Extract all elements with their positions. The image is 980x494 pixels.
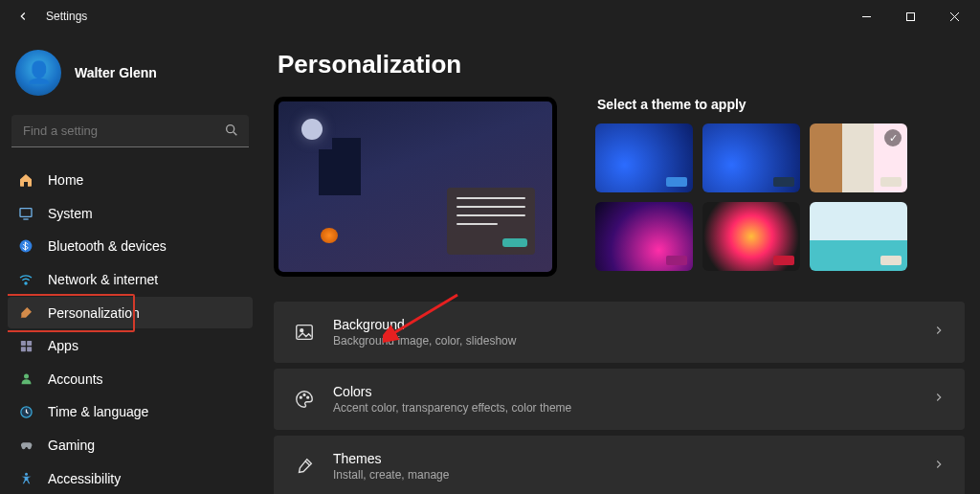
svg-rect-12 [20, 347, 25, 351]
sidebar-item-gaming[interactable]: Gaming [8, 430, 253, 461]
accessibility-icon [17, 470, 34, 487]
avatar: 👤 [15, 50, 61, 96]
sidebar-item-accessibility[interactable]: Accessibility [8, 462, 253, 494]
svg-line-5 [234, 132, 236, 135]
main-content: Personalization Select a theme to apply … [260, 33, 980, 494]
chevron-right-icon [932, 391, 946, 408]
theme-option-5[interactable] [702, 202, 800, 271]
sidebar-item-label: Apps [48, 338, 78, 353]
theme-option-1[interactable] [595, 124, 693, 192]
svg-point-16 [25, 473, 28, 476]
themes-brush-icon [293, 455, 316, 478]
theme-option-6[interactable] [810, 202, 907, 271]
search-input[interactable] [11, 115, 249, 147]
sidebar-item-label: Time & language [48, 404, 148, 419]
sidebar-item-label: Bluetooth & devices [48, 238, 167, 254]
sidebar-item-accounts[interactable]: Accounts [8, 364, 253, 395]
sidebar-item-label: Accounts [48, 371, 103, 387]
themes-area: Select a theme to apply ✓ [595, 97, 965, 271]
check-icon: ✓ [884, 129, 902, 146]
svg-rect-13 [27, 347, 32, 351]
theme-option-2[interactable] [702, 124, 800, 192]
system-icon [17, 205, 34, 222]
maximize-button[interactable] [888, 0, 932, 33]
page-title: Personalization [278, 50, 965, 79]
sidebar-item-label: Home [48, 172, 83, 188]
close-button[interactable] [932, 0, 976, 33]
sidebar-item-label: Personalization [48, 305, 140, 321]
setting-row-background[interactable]: BackgroundBackground image, color, slide… [274, 302, 965, 363]
sidebar: 👤 Walter Glenn Home System Bluetooth & d… [0, 33, 260, 494]
setting-title: Colors [333, 384, 571, 399]
sidebar-item-home[interactable]: Home [8, 165, 253, 196]
user-profile[interactable]: 👤 Walter Glenn [8, 40, 253, 115]
svg-rect-10 [20, 341, 25, 346]
palette-icon [293, 388, 316, 411]
sidebar-item-bluetooth[interactable]: Bluetooth & devices [8, 231, 253, 262]
svg-point-18 [301, 329, 303, 332]
sidebar-item-apps[interactable]: Apps [8, 330, 253, 362]
setting-desc: Install, create, manage [333, 468, 449, 482]
search-icon [224, 123, 239, 142]
hero-section: Select a theme to apply ✓ [274, 97, 965, 277]
sidebar-item-system[interactable]: System [8, 198, 253, 230]
chevron-right-icon [932, 458, 946, 475]
brush-icon [17, 304, 34, 322]
sidebar-item-label: Gaming [48, 438, 95, 453]
back-button[interactable] [10, 3, 36, 30]
wifi-icon [17, 271, 34, 288]
sidebar-item-label: Accessibility [48, 471, 121, 486]
setting-desc: Background image, color, slideshow [333, 334, 516, 348]
svg-point-19 [300, 396, 301, 398]
sidebar-item-label: System [48, 206, 93, 221]
search-field[interactable] [11, 115, 249, 147]
window-controls [844, 0, 976, 33]
gamepad-icon [17, 437, 34, 454]
svg-point-20 [303, 394, 305, 396]
sidebar-item-personalization[interactable]: Personalization [8, 297, 253, 328]
person-icon [17, 370, 34, 388]
settings-list: BackgroundBackground image, color, slide… [274, 302, 965, 494]
svg-point-14 [24, 374, 29, 379]
home-icon [17, 171, 34, 189]
clock-icon [17, 403, 34, 420]
apps-icon [17, 337, 34, 354]
theme-option-3[interactable]: ✓ [810, 124, 907, 192]
desktop-preview[interactable] [274, 97, 557, 277]
svg-rect-6 [20, 209, 32, 217]
sidebar-item-label: Network & internet [48, 272, 158, 287]
svg-point-4 [227, 125, 234, 133]
themes-title: Select a theme to apply [597, 97, 965, 112]
setting-title: Themes [333, 451, 449, 466]
svg-point-9 [25, 282, 27, 284]
sidebar-nav: Home System Bluetooth & devices Network … [8, 165, 253, 494]
sidebar-item-time-language[interactable]: Time & language [8, 396, 253, 428]
theme-option-4[interactable] [595, 202, 693, 271]
chevron-right-icon [932, 324, 946, 341]
svg-rect-11 [27, 341, 32, 346]
bluetooth-icon [17, 237, 34, 255]
themes-grid: ✓ [595, 124, 965, 271]
sidebar-item-network[interactable]: Network & internet [8, 264, 253, 296]
title-bar: Settings [0, 0, 980, 33]
setting-title: Background [333, 317, 516, 332]
window-title: Settings [46, 10, 87, 23]
svg-point-21 [307, 396, 309, 398]
setting-row-colors[interactable]: ColorsAccent color, transparency effects… [274, 369, 965, 430]
user-name: Walter Glenn [75, 65, 157, 80]
setting-row-themes[interactable]: ThemesInstall, create, manage [274, 436, 965, 494]
setting-desc: Accent color, transparency effects, colo… [333, 401, 571, 415]
image-icon [293, 321, 316, 344]
minimize-button[interactable] [844, 0, 888, 33]
svg-rect-1 [906, 12, 914, 20]
